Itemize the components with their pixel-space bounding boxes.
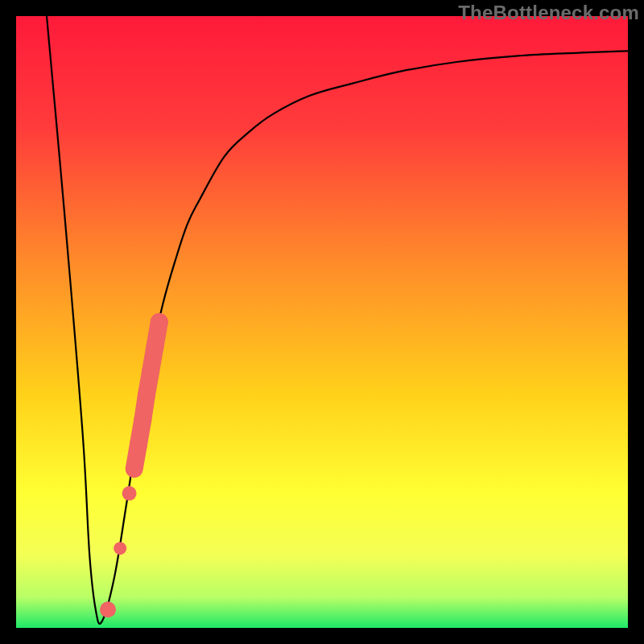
data-marker <box>134 411 151 429</box>
data-marker <box>126 460 142 477</box>
data-marker <box>130 436 147 453</box>
watermark-text: TheBottleneck.com <box>458 2 639 24</box>
data-marker <box>147 337 164 355</box>
data-marker <box>114 542 126 555</box>
chart-frame <box>16 16 628 628</box>
bottleneck-chart <box>16 16 628 628</box>
data-marker <box>151 313 168 331</box>
gradient-background <box>16 16 628 628</box>
data-marker <box>100 601 116 617</box>
data-marker <box>142 362 159 380</box>
data-marker <box>138 386 155 404</box>
data-marker <box>122 486 137 501</box>
